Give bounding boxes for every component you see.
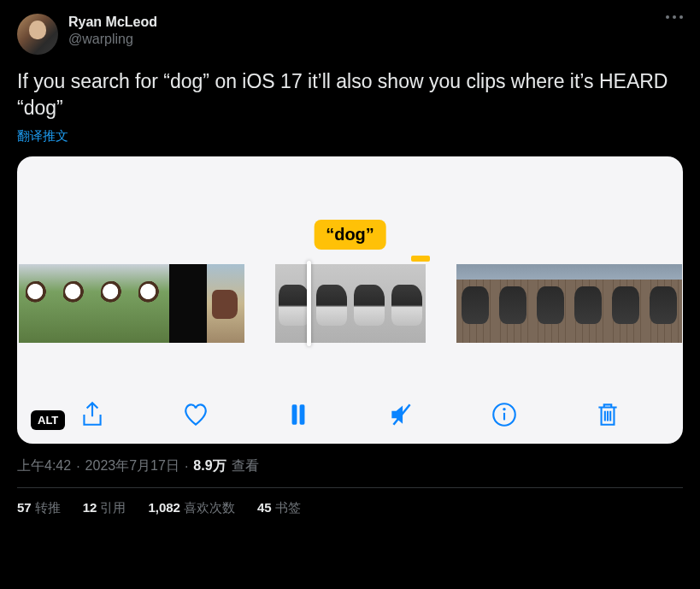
clip-thumbnail — [207, 264, 244, 343]
like-count: 1,082 — [148, 500, 180, 515]
clip-thumbnail — [569, 264, 607, 343]
engagement-bar: 57转推 12引用 1,082喜欢次数 45书签 — [17, 500, 683, 516]
pause-icon[interactable] — [281, 398, 315, 432]
like-label: 喜欢次数 — [184, 500, 235, 515]
clip-thumbnail — [313, 264, 350, 343]
video-timeline[interactable] — [17, 264, 683, 343]
media-attachment[interactable]: “dog” — [17, 156, 683, 444]
retweet-label: 转推 — [35, 500, 61, 515]
retweet-stat[interactable]: 57转推 — [17, 500, 61, 516]
quote-stat[interactable]: 12引用 — [83, 500, 126, 516]
svg-point-4 — [503, 408, 506, 410]
view-label: 查看 — [232, 457, 259, 475]
info-icon[interactable] — [487, 398, 521, 432]
trash-icon[interactable] — [591, 398, 625, 432]
heart-icon[interactable] — [179, 398, 213, 432]
video-playhead[interactable] — [307, 261, 311, 346]
clip-thumbnail — [94, 264, 132, 343]
clip-group-3 — [456, 264, 682, 343]
clip-thumbnail — [56, 264, 94, 343]
quote-label: 引用 — [100, 500, 126, 515]
mute-icon[interactable] — [385, 398, 419, 432]
translate-link[interactable]: 翻译推文 — [17, 128, 68, 144]
clip-thumbnail — [644, 264, 682, 343]
bookmark-label: 书签 — [275, 500, 301, 515]
tweet-header: Ryan McLeod @warpling — [17, 14, 683, 55]
author-display-name: Ryan McLeod — [68, 14, 157, 31]
tweet-container: Ryan McLeod @warpling If you search for … — [0, 0, 700, 527]
clip-thumbnail — [388, 264, 426, 343]
clip-thumbnail — [132, 264, 169, 343]
clip-thumbnail — [350, 264, 388, 343]
meta-separator: · — [76, 459, 79, 474]
clip-thumbnail — [19, 264, 56, 343]
view-count: 8.9万 — [193, 457, 226, 475]
meta-separator: · — [185, 459, 188, 474]
bookmark-stat[interactable]: 45书签 — [257, 500, 301, 516]
retweet-count: 57 — [17, 500, 32, 515]
svg-rect-1 — [300, 404, 305, 424]
tweet-time[interactable]: 上午4:42 — [17, 457, 71, 475]
clip-thumbnail — [169, 264, 207, 343]
quote-count: 12 — [83, 500, 97, 515]
alt-text-badge[interactable]: ALT — [31, 410, 65, 430]
like-stat[interactable]: 1,082喜欢次数 — [148, 500, 235, 516]
more-options-icon[interactable] — [666, 15, 683, 19]
clip-group-2 — [275, 264, 426, 343]
author-block[interactable]: Ryan McLeod @warpling — [68, 14, 157, 48]
clip-thumbnail — [607, 264, 644, 343]
author-handle: @warpling — [68, 31, 157, 48]
search-result-tag: “dog” — [314, 220, 386, 250]
svg-rect-0 — [292, 404, 297, 424]
tweet-date[interactable]: 2023年7月17日 — [85, 457, 179, 475]
clip-group-1 — [19, 264, 244, 343]
divider — [17, 487, 683, 488]
clip-thumbnail — [456, 264, 494, 343]
clip-thumbnail — [494, 264, 532, 343]
search-result-tag-marker — [411, 256, 430, 262]
clip-thumbnail — [532, 264, 569, 343]
tweet-meta: 上午4:42 · 2023年7月17日 · 8.9万 查看 — [17, 457, 683, 475]
share-icon[interactable] — [75, 398, 109, 432]
avatar[interactable] — [17, 14, 58, 55]
media-toolbar — [17, 398, 683, 432]
tweet-text: If you search for “dog” on iOS 17 it’ll … — [17, 68, 683, 121]
bookmark-count: 45 — [257, 500, 272, 515]
